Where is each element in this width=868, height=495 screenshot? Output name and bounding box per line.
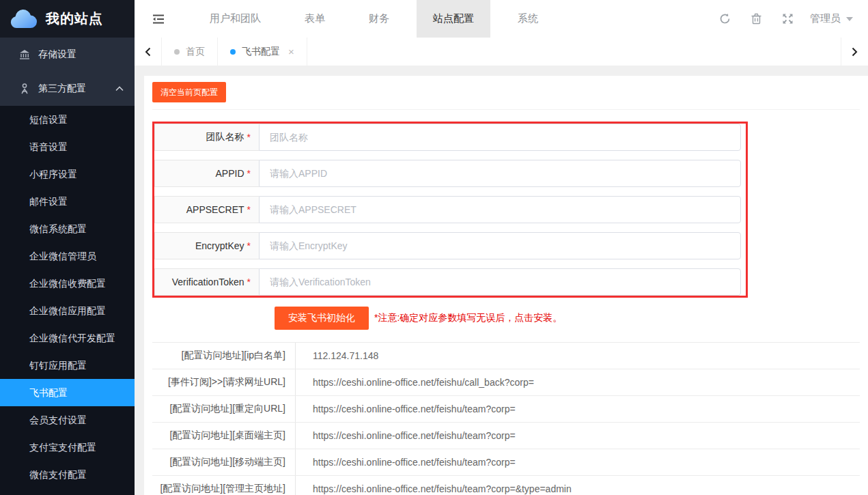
form-row-appsecret: APPSECRET* [154,196,741,223]
config-value: 112.124.71.148 [296,343,860,369]
appid-input[interactable] [259,160,741,187]
user-name: 管理员 [810,12,841,25]
table-row: [配置访问地址][重定向URL] https://ceshi.online-of… [152,396,860,423]
tabs-scroll-left-button[interactable] [135,38,162,66]
required-asterisk: * [247,240,251,251]
sidebar-item-sms[interactable]: 短信设置 [0,106,135,133]
site-logo[interactable]: 我的站点 [0,0,135,38]
config-key: [配置访问地址][桌面端主页] [152,423,296,449]
form-row-encryptkey: EncryptKey* [154,232,741,259]
fullscreen-icon [782,13,794,25]
sidebar-item-voice[interactable]: 语音设置 [0,133,135,160]
site-title: 我的站点 [46,10,103,28]
table-row: [配置访问地址][移动端主页] https://ceshi.online-off… [152,449,860,476]
main-content: 清空当前页配置 团队名称* APPID* [135,66,868,495]
install-feishu-button[interactable]: 安装飞书初始化 [275,307,369,330]
config-value: https://ceshi.online-office.net/feishu/t… [296,476,860,495]
sidebar-item-wecom-app[interactable]: 企业微信应用配置 [0,297,135,324]
tab-close-icon[interactable]: × [288,46,294,57]
config-key: [配置访问地址][管理主页地址] [152,476,296,495]
app-window: 我的站点 存储设置 第三方配置 [0,0,868,495]
tab-dot-icon [174,49,180,55]
clear-page-config-button[interactable]: 清空当前页配置 [152,82,226,102]
tab-label: 首页 [186,46,205,58]
field-label: 团队名称* [154,124,259,151]
nav-item-finance[interactable]: 财务 [352,0,406,38]
nav-item-system[interactable]: 系统 [501,0,555,38]
sidebar-item-feishu-config[interactable]: 飞书配置 [0,379,135,406]
user-dropdown[interactable]: 管理员 [803,0,868,38]
page-tabbar: 首页 飞书配置 × [135,38,868,66]
cloud-logo-icon [9,9,38,29]
clear-cache-button[interactable] [740,0,772,38]
sidebar-item-wecom-dev[interactable]: 企业微信代开发配置 [0,324,135,352]
config-value: https://ceshi.online-office.net/feishu/t… [296,449,860,475]
table-row: [配置访问地址][管理主页地址] https://ceshi.online-of… [152,476,860,495]
sidebar-item-wechat-pay[interactable]: 微信支付配置 [0,461,135,488]
sidebar-item-wechat-system[interactable]: 微信系统配置 [0,215,135,242]
nav-item-users-teams[interactable]: 用户和团队 [193,0,277,38]
bank-icon [18,48,31,61]
tab-dot-icon [230,49,236,55]
fullscreen-button[interactable] [772,0,803,38]
install-row: 安装飞书初始化 *注意:确定对应参数填写无误后，点击安装。 [152,307,860,330]
collapse-menu-icon [152,14,165,25]
nav-item-site-config[interactable]: 站点配置 [417,0,490,38]
verificationtoken-input[interactable] [259,268,741,296]
config-value: https://ceshi.online-office.net/feishu/c… [296,369,860,395]
encryptkey-input[interactable] [259,232,741,259]
sidebar-item-wecom-billing[interactable]: 企业微信收费配置 [0,270,135,297]
required-asterisk: * [247,277,251,287]
nav-item-forms[interactable]: 表单 [288,0,341,38]
sidebar-item-dingtalk-app[interactable]: 钉钉应用配置 [0,352,135,379]
tab-label: 飞书配置 [242,46,280,58]
appsecret-input[interactable] [259,196,741,223]
sidebar-item-wecom-admin[interactable]: 企业微信管理员 [0,242,135,270]
refresh-icon [719,13,731,25]
table-row: [事件订阅]>>[请求网址URL] https://ceshi.online-o… [152,369,860,396]
chevron-right-icon [852,47,858,57]
sidebar-item-storage-settings[interactable]: 存储设置 [0,38,135,72]
team-name-input[interactable] [259,124,741,151]
config-key: [配置访问地址][ip白名单] [152,343,296,369]
sidebar-item-alipay[interactable]: 支付宝支付配置 [0,434,135,461]
sidebar-item-miniprogram[interactable]: 小程序设置 [0,160,135,188]
field-label: APPSECRET* [154,196,259,223]
field-label: VerificationToken* [154,268,259,296]
feishu-config-form: 团队名称* APPID* APPSECRET* [152,122,748,298]
field-label: APPID* [154,160,259,187]
tabs-scroll-right-button[interactable] [841,38,868,66]
form-row-appid: APPID* [154,160,741,187]
sidebar-item-label: 存储设置 [38,48,124,61]
content-card: 清空当前页配置 团队名称* APPID* [144,76,868,495]
required-asterisk: * [247,168,251,179]
table-row: [配置访问地址][ip白名单] 112.124.71.148 [152,343,860,369]
install-note: *注意:确定对应参数填写无误后，点击安装。 [374,312,562,324]
chevron-left-icon [145,47,151,57]
table-row: [配置访问地址][桌面端主页] https://ceshi.online-off… [152,423,860,449]
person-icon [18,83,31,95]
field-label: EncryptKey* [154,232,259,259]
sidebar-item-label: 第三方配置 [38,83,115,95]
sidebar-collapse-button[interactable] [135,0,182,38]
tab-home[interactable]: 首页 [162,38,218,66]
sidebar: 我的站点 存储设置 第三方配置 [0,0,135,495]
sidebar-parent-menu: 存储设置 第三方配置 [0,38,135,106]
required-asterisk: * [247,132,251,143]
config-key: [事件订阅]>>[请求网址URL] [152,369,296,395]
trash-icon [751,13,761,25]
form-row-verificationtoken: VerificationToken* [154,268,741,296]
top-header: 用户和团队 表单 财务 站点配置 系统 [135,0,868,38]
sidebar-item-member-pay[interactable]: 会员支付设置 [0,406,135,434]
sidebar-submenu: 短信设置 语音设置 小程序设置 邮件设置 微信系统配置 企业微信管理员 企业微信… [0,106,135,495]
refresh-button[interactable] [709,0,740,38]
config-address-table: [配置访问地址][ip白名单] 112.124.71.148 [事件订阅]>>[… [152,342,860,495]
tab-feishu-config[interactable]: 飞书配置 × [218,38,307,66]
config-value: https://ceshi.online-office.net/feishu/t… [296,423,860,449]
config-key: [配置访问地址][重定向URL] [152,396,296,422]
divider [152,109,860,110]
chevron-up-icon [115,86,124,91]
config-value: https://ceshi.online-office.net/feishu/t… [296,396,860,422]
sidebar-item-mail[interactable]: 邮件设置 [0,188,135,215]
sidebar-item-third-party-config[interactable]: 第三方配置 [0,72,135,106]
